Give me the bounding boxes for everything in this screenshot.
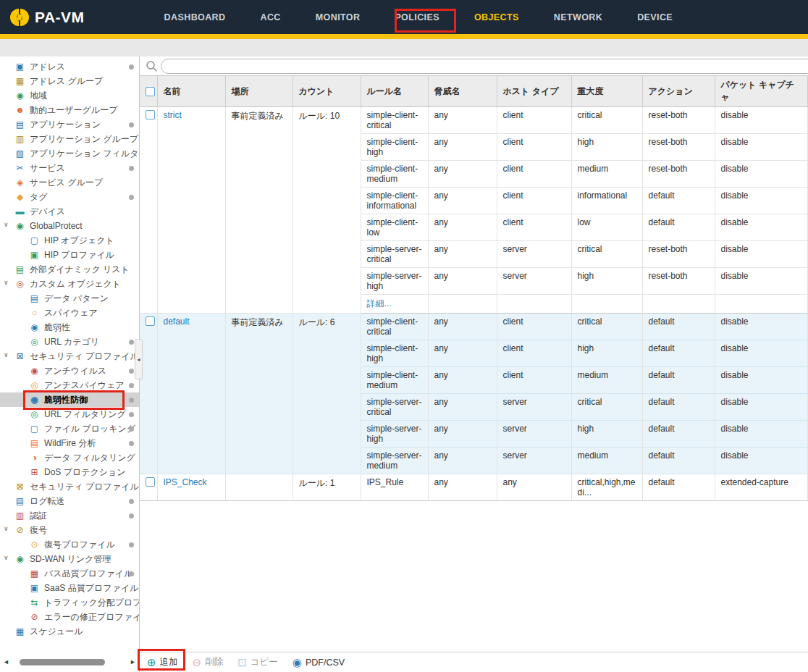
scroll-right-arrow-icon[interactable]: ►: [130, 658, 136, 665]
predefined-marker-dot: [129, 398, 134, 403]
sidebar-item-antivirus[interactable]: ◉アンチウイルス: [0, 364, 139, 378]
tab-monitor[interactable]: MONITOR: [314, 8, 362, 27]
row-checkbox[interactable]: [146, 110, 155, 119]
sidebar-item-services[interactable]: ✂サービス: [0, 161, 139, 175]
predefined-marker-dot: [129, 412, 134, 417]
saas-quality-profile-icon: ▣: [29, 583, 40, 593]
sidebar-item-schedules[interactable]: ▦スケジュール: [0, 624, 139, 639]
profile-name-link[interactable]: IPS_Check: [164, 477, 207, 487]
column-header-5[interactable]: ホスト タイプ: [497, 76, 571, 107]
sidebar-item-path-quality-profile[interactable]: ▦パス品質プロファイル: [0, 566, 139, 581]
severity-cell: informational: [571, 188, 642, 214]
sidebar-item-url-category[interactable]: ◎URL カテゴリ: [0, 335, 139, 349]
sidebar-item-tags[interactable]: ◆タグ: [0, 190, 139, 204]
sidebar-item-hip-objects[interactable]: ▢HIP オブジェクト: [0, 233, 139, 248]
clone-circle-icon: ⊡: [237, 657, 247, 668]
sidebar-item-log-forwarding[interactable]: ▤ログ転送: [0, 494, 139, 508]
empty-cell: [571, 295, 642, 314]
rule-name-cell: IPS_Rule: [361, 474, 428, 501]
sidebar-item-security-profile-groups[interactable]: ⊠セキュリティ プロファイル グループ: [0, 479, 139, 494]
sidebar-item-error-correction-profile[interactable]: ⊘エラーの修正プロファイル: [0, 610, 139, 624]
sidebar-item-spyware[interactable]: ○スパイウェア: [0, 306, 139, 320]
packet-capture-cell: disable: [715, 421, 808, 448]
tab-dashboard[interactable]: DASHBOARD: [163, 8, 227, 27]
sidebar-item-label: GlobalProtect: [30, 221, 83, 231]
rule-more-cell: 詳細...: [361, 295, 428, 314]
threat-name-cell: any: [428, 241, 497, 268]
chevron-down-icon: ∨: [4, 279, 9, 286]
objects-sidebar: ▣アドレス▦アドレス グループ◉地域☻動的ユーザーグループ▤アプリケーション▥ア…: [0, 56, 139, 652]
column-header-1[interactable]: 場所: [225, 76, 293, 107]
sidebar-item-custom-objects[interactable]: ∨◎カスタム オブジェクト: [0, 277, 139, 291]
sidebar-item-devices[interactable]: ▬デバイス: [0, 204, 139, 219]
sidebar-item-label: HIP プロファイル: [44, 249, 114, 261]
column-header-3[interactable]: ルール名: [361, 76, 428, 107]
sidebar-item-decryption[interactable]: ∨⊘復号: [0, 523, 139, 537]
sidebar-item-dynamic-user-groups[interactable]: ☻動的ユーザーグループ: [0, 103, 139, 117]
empty-cell: [642, 295, 715, 314]
column-header-6[interactable]: 重大度: [571, 76, 642, 107]
row-checkbox[interactable]: [146, 477, 155, 487]
sidebar-item-vulnerability-protection[interactable]: ◉脆弱性防御: [0, 392, 139, 407]
row-checkbox[interactable]: [146, 316, 155, 326]
sidebar-collapse-handle[interactable]: ◄: [135, 339, 143, 379]
sidebar-item-dos-protection[interactable]: ⊞DoS プロテクション: [0, 465, 139, 479]
sidebar-item-file-blocking[interactable]: ▢ファイル ブロッキング: [0, 421, 139, 436]
sidebar-item-external-dynamic-lists[interactable]: ▤外部ダイナミック リスト: [0, 262, 139, 277]
chevron-down-icon: ∨: [4, 351, 9, 358]
sidebar-item-wildfire-analysis[interactable]: ▤WildFire 分析: [0, 436, 139, 450]
search-input[interactable]: [161, 59, 808, 74]
sidebar-item-address-groups[interactable]: ▦アドレス グループ: [0, 74, 139, 88]
column-header-8[interactable]: パケット キャプチャ: [715, 76, 808, 107]
antivirus-icon: ◉: [29, 366, 40, 376]
tab-policies[interactable]: POLICIES: [393, 8, 441, 27]
sidebar-item-sdwan-link-management[interactable]: ∨◉SD-WAN リンク管理: [0, 552, 139, 566]
sidebar-item-address[interactable]: ▣アドレス: [0, 59, 139, 74]
tab-network[interactable]: NETWORK: [552, 8, 604, 27]
tags-icon: ◆: [14, 192, 25, 202]
sidebar-item-regions[interactable]: ◉地域: [0, 88, 139, 103]
sidebar-item-globalprotect[interactable]: ∨◉GlobalProtect: [0, 219, 139, 233]
sidebar-item-decryption-profile[interactable]: ⊙復号プロファイル: [0, 537, 139, 552]
packet-capture-cell: disable: [715, 214, 808, 241]
sidebar-item-authentication[interactable]: ▥認証: [0, 508, 139, 523]
scrollbar-track[interactable]: [11, 659, 128, 665]
sidebar-item-application-groups[interactable]: ▥アプリケーション グループ: [0, 132, 139, 146]
sidebar-item-vulnerability[interactable]: ◉脆弱性: [0, 320, 139, 335]
sidebar-item-traffic-distribution-profile[interactable]: ⇆トラフィック分配プロファイル: [0, 595, 139, 610]
profile-name-link[interactable]: default: [164, 316, 190, 327]
search-row: [140, 56, 808, 75]
host-type-cell: server: [497, 421, 571, 448]
sidebar-item-anti-spyware[interactable]: ◎アンチスパイウェア: [0, 378, 139, 392]
sidebar-item-hip-profiles[interactable]: ▣HIP プロファイル: [0, 248, 139, 262]
add-button[interactable]: ⊕追加: [147, 656, 178, 668]
pdf-csv-button[interactable]: ◉PDF/CSV: [293, 657, 345, 668]
profile-name-link[interactable]: strict: [164, 110, 182, 120]
sidebar-item-security-profiles[interactable]: ∨⊠セキュリティ プロファイル: [0, 349, 139, 364]
sidebar-item-data-patterns[interactable]: ▤データ パターン: [0, 291, 139, 306]
scroll-left-arrow-icon[interactable]: ◄: [3, 658, 9, 665]
location-cell: 事前定義済み: [225, 314, 293, 474]
packet-capture-cell: disable: [715, 340, 808, 367]
sidebar-item-application-filters[interactable]: ▧アプリケーション フィルタ: [0, 146, 139, 161]
top-nav: PA-VM DASHBOARDACCMONITORPOLICIESOBJECTS…: [0, 0, 808, 34]
scrollbar-thumb[interactable]: [20, 659, 105, 665]
toolbar-button-label: PDF/CSV: [306, 658, 345, 668]
sidebar-item-applications[interactable]: ▤アプリケーション: [0, 117, 139, 132]
tab-acc[interactable]: ACC: [258, 8, 282, 27]
action-cell: default: [642, 448, 715, 474]
select-all-checkbox[interactable]: [146, 87, 155, 96]
data-patterns-icon: ▤: [29, 293, 40, 303]
column-header-2[interactable]: カウント: [293, 76, 361, 107]
details-more-link[interactable]: 詳細...: [367, 298, 392, 308]
sidebar-horizontal-scrollbar[interactable]: ◄ ►: [0, 652, 139, 672]
column-header-4[interactable]: 脅威名: [428, 76, 497, 107]
sidebar-item-saas-quality-profile[interactable]: ▣SaaS 品質プロファイル: [0, 581, 139, 595]
column-header-0[interactable]: 名前: [157, 76, 225, 107]
tab-objects[interactable]: OBJECTS: [473, 8, 521, 27]
column-header-7[interactable]: アクション: [642, 76, 715, 107]
sidebar-item-service-groups[interactable]: ◈サービス グループ: [0, 175, 139, 190]
sidebar-item-url-filtering[interactable]: ◎URL フィルタリング: [0, 407, 139, 421]
sidebar-item-data-filtering[interactable]: ◑データ フィルタリング: [0, 450, 139, 465]
tab-device[interactable]: DEVICE: [636, 8, 674, 27]
